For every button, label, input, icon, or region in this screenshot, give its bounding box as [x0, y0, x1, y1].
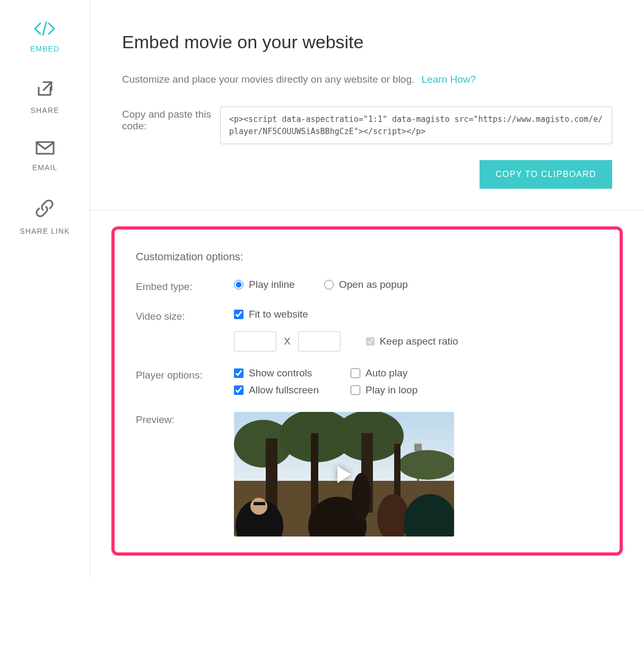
sidebar-item-label: EMAIL: [32, 163, 58, 172]
sidebar-item-share[interactable]: SHARE: [31, 80, 59, 115]
copy-code-label: Copy and paste this code:: [122, 107, 220, 144]
radio-open-popup[interactable]: Open as popup: [324, 279, 408, 291]
customization-options-title: Customization options:: [136, 251, 598, 263]
embed-type-label: Embed type:: [136, 279, 234, 293]
sidebar-item-label: EMBED: [30, 45, 59, 53]
dimension-separator: X: [284, 336, 291, 347]
email-icon: [36, 141, 55, 157]
show-controls-checkbox[interactable]: [234, 368, 243, 378]
sidebar: EMBED SHARE EMAIL: [0, 0, 90, 577]
fit-to-website-checkbox[interactable]: [234, 310, 243, 319]
svg-rect-6: [414, 444, 422, 451]
player-options-label: Player options:: [136, 367, 234, 396]
width-input[interactable]: [234, 331, 276, 351]
learn-how-link[interactable]: Learn How?: [422, 74, 476, 85]
link-icon: [34, 198, 55, 221]
embed-icon: [33, 21, 56, 38]
embed-code-box[interactable]: <p><script data-aspectratio="1:1" data-m…: [220, 107, 612, 144]
open-popup-radio[interactable]: [324, 280, 334, 289]
checkbox-fit-to-website[interactable]: Fit to website: [234, 309, 308, 320]
svg-point-10: [398, 450, 454, 480]
svg-line-0: [43, 22, 46, 35]
checkbox-auto-play[interactable]: Auto play: [351, 367, 467, 379]
external-link-icon: [36, 80, 54, 100]
page-title: Embed movie on your website: [122, 32, 612, 52]
play-in-loop-checkbox[interactable]: [351, 385, 360, 395]
checkbox-keep-aspect-ratio[interactable]: Keep aspect ratio: [366, 336, 458, 347]
sidebar-item-label: SHARE LINK: [20, 227, 69, 235]
keep-aspect-ratio-checkbox[interactable]: [366, 337, 375, 346]
checkbox-play-in-loop[interactable]: Play in loop: [351, 384, 467, 396]
copy-to-clipboard-button[interactable]: COPY TO CLIPBOARD: [480, 160, 612, 189]
sidebar-item-label: SHARE: [31, 106, 59, 115]
auto-play-checkbox[interactable]: [351, 368, 360, 378]
preview-label: Preview:: [136, 412, 234, 536]
allow-fullscreen-checkbox[interactable]: [234, 385, 243, 395]
play-inline-radio[interactable]: [234, 280, 243, 289]
main-content: Embed movie on your website Customize an…: [90, 0, 644, 577]
checkbox-allow-fullscreen[interactable]: Allow fullscreen: [234, 384, 351, 396]
svg-rect-12: [311, 433, 318, 513]
svg-point-17: [352, 473, 371, 521]
play-icon[interactable]: [337, 466, 351, 483]
sidebar-item-email[interactable]: EMAIL: [32, 141, 58, 172]
video-preview[interactable]: [234, 412, 454, 536]
video-size-label: Video size:: [136, 309, 234, 351]
page-subtitle: Customize and place your movies directly…: [122, 74, 612, 85]
customization-options-panel: Customization options: Embed type: Play …: [111, 226, 623, 556]
height-input[interactable]: [298, 331, 341, 351]
svg-point-20: [250, 498, 267, 515]
checkbox-show-controls[interactable]: Show controls: [234, 367, 351, 379]
svg-rect-21: [254, 502, 265, 505]
sidebar-item-embed[interactable]: EMBED: [30, 21, 59, 53]
radio-play-inline[interactable]: Play inline: [234, 279, 295, 291]
sidebar-item-share-link[interactable]: SHARE LINK: [20, 198, 69, 235]
